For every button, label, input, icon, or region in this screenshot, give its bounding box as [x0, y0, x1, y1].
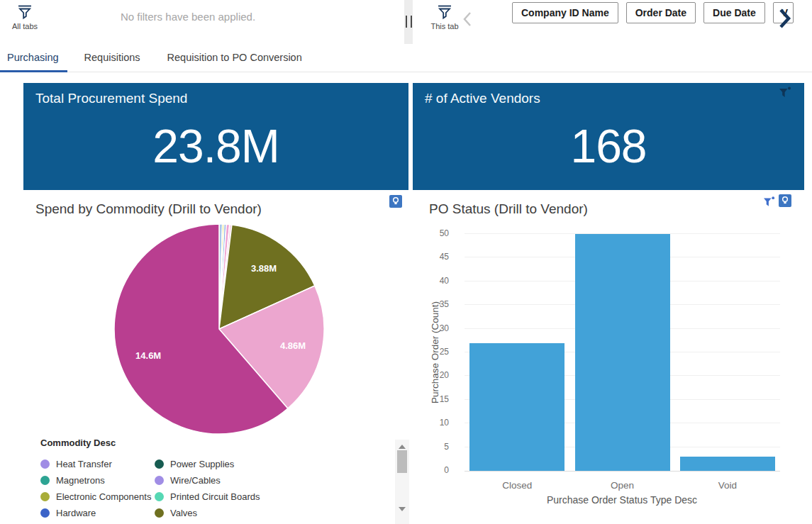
legend-label: Printed Circuit Boards — [170, 491, 260, 502]
legend-swatch-icon — [155, 459, 164, 469]
filter-chip-order-date[interactable]: Order Date — [626, 2, 696, 23]
y-tick-label: 40 — [430, 276, 449, 286]
bar-open[interactable] — [575, 234, 670, 471]
lightbulb-icon — [389, 199, 402, 210]
legend-swatch-icon — [155, 492, 164, 501]
y-tick-label: 25 — [430, 347, 449, 357]
legend-swatch-icon — [155, 508, 164, 518]
filter-bar: All tabs No filters have been applied. T… — [0, 0, 812, 45]
legend-label: Heat Transfer — [56, 459, 112, 469]
tab-requisitions[interactable]: Requisitions — [74, 44, 150, 72]
legend-item-wire-cables[interactable]: Wire/Cables — [155, 472, 260, 489]
x-tick-label-open: Open — [580, 480, 665, 491]
legend-swatch-icon — [40, 459, 50, 469]
this-tab-filter-button[interactable]: This tab — [429, 4, 460, 30]
bar-panel-title: PO Status (Drill to Vendor) — [429, 201, 588, 217]
splitter-handle-icon — [406, 16, 412, 28]
y-tick-label: 35 — [430, 299, 449, 309]
legend-column: Heat TransferMagnetronsElectronic Compon… — [40, 456, 151, 521]
chevron-right-icon — [776, 22, 793, 33]
bar-filter-applied-button[interactable] — [763, 196, 775, 207]
legend-label: Electronic Components — [56, 491, 151, 502]
y-tick-label: 0 — [430, 465, 449, 475]
no-filters-message: No filters have been applied. — [106, 11, 269, 23]
kpi-card-active-vendors: # of Active Vendors 168 — [413, 83, 804, 190]
legend-item-hardware[interactable]: Hardware — [40, 505, 151, 521]
scroll-down-arrow-icon[interactable] — [399, 507, 406, 511]
scroll-up-arrow-icon[interactable] — [399, 445, 406, 449]
legend-item-electronic-components[interactable]: Electronic Components — [40, 489, 151, 505]
scrollbar-thumb[interactable] — [397, 450, 407, 473]
legend-label: Wire/Cables — [170, 475, 221, 486]
legend-swatch-icon — [155, 476, 164, 485]
legend-label: Valves — [170, 508, 197, 518]
legend-swatch-icon — [40, 492, 50, 501]
filter-chip-row: Company ID NameOrder DateDue DateV — [512, 2, 794, 23]
y-tick-label: 30 — [430, 323, 449, 333]
filter-chip-company-id-name[interactable]: Company ID Name — [512, 2, 618, 23]
dashboard-canvas: All tabs No filters have been applied. T… — [0, 0, 812, 524]
pie-chart — [114, 224, 326, 435]
x-tick-label-void: Void — [685, 480, 770, 491]
legend-item-printed-circuit-boards[interactable]: Printed Circuit Boards — [155, 489, 260, 505]
legend-label: Magnetrons — [56, 475, 105, 486]
filter-icon — [16, 4, 33, 21]
y-tick-label: 50 — [430, 228, 449, 238]
filter-icon — [436, 4, 453, 21]
legend-swatch-icon — [40, 476, 50, 485]
filter-icon — [763, 199, 775, 209]
chevron-left-icon — [462, 19, 473, 30]
filter-chip-due-date[interactable]: Due Date — [703, 2, 765, 23]
chips-scroll-left-button[interactable] — [462, 11, 473, 30]
legend-item-magnetrons[interactable]: Magnetrons — [40, 472, 151, 489]
bar-insight-button[interactable] — [779, 194, 791, 207]
filter-bar-splitter[interactable] — [404, 0, 413, 44]
y-tick-label: 45 — [430, 252, 449, 262]
legend-title: Commodity Desc — [40, 437, 116, 448]
bar-closed[interactable] — [469, 343, 564, 471]
this-tab-label: This tab — [430, 22, 458, 30]
legend-column: Power SuppliesWire/CablesPrinted Circuit… — [155, 456, 260, 521]
pie-insight-button[interactable] — [389, 195, 402, 208]
y-tick-label: 20 — [430, 370, 449, 380]
all-tabs-label: All tabs — [12, 22, 38, 30]
pie-panel-title: Spend by Commodity (Drill to Vendor) — [35, 201, 262, 217]
tab-requisition-to-po-conversion[interactable]: Requisition to PO Conversion — [157, 44, 312, 72]
y-tick-label: 15 — [430, 394, 449, 404]
bar-void[interactable] — [680, 457, 775, 471]
legend-label: Hardware — [56, 508, 96, 518]
kpi-value: 168 — [413, 101, 804, 190]
bar-plot-area — [465, 234, 780, 471]
bar-x-axis-label: Purchase Order Status Type Desc — [494, 494, 750, 506]
gridline — [465, 471, 780, 472]
legend-scrollbar[interactable] — [395, 440, 409, 524]
y-tick-label: 10 — [430, 418, 449, 428]
tab-purchasing[interactable]: Purchasing — [0, 44, 67, 72]
lightbulb-icon — [779, 199, 791, 209]
kpi-value: 23.8M — [23, 101, 408, 190]
chips-scroll-right-button[interactable] — [776, 6, 793, 33]
legend-item-heat-transfer[interactable]: Heat Transfer — [40, 456, 151, 472]
all-tabs-filter-button[interactable]: All tabs — [9, 4, 41, 30]
filter-applied-icon[interactable] — [779, 87, 791, 101]
legend-item-valves[interactable]: Valves — [155, 505, 260, 521]
x-tick-label-closed: Closed — [474, 480, 560, 491]
tab-bar: PurchasingRequisitionsRequisition to PO … — [0, 44, 812, 72]
legend-label: Power Supplies — [170, 459, 234, 469]
legend-item-power-supplies[interactable]: Power Supplies — [155, 456, 260, 472]
legend-swatch-icon — [40, 508, 50, 518]
kpi-card-total-procurement-spend: Total Procurement Spend 23.8M — [23, 83, 408, 190]
y-tick-label: 5 — [430, 442, 449, 452]
